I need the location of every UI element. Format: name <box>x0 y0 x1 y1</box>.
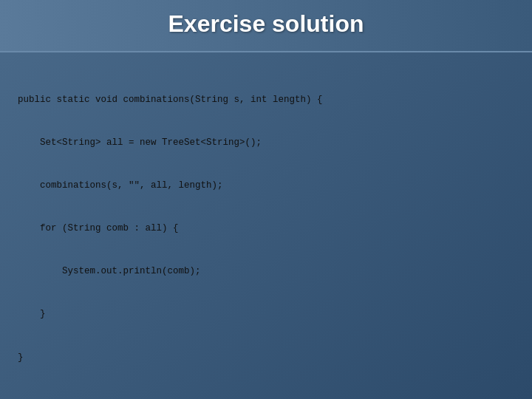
title-bar: Exercise solution <box>0 0 532 52</box>
code-line: combinations(s, "", all, length); <box>18 179 514 193</box>
spacer <box>18 394 514 399</box>
code-line: Set<String> all = new TreeSet<String>(); <box>18 136 514 150</box>
code-block-1: public static void combinations(String s… <box>18 64 514 394</box>
code-line: } <box>18 307 514 321</box>
code-line: } <box>18 351 514 365</box>
slide-title: Exercise solution <box>168 10 364 37</box>
code-line: public static void combinations(String s… <box>18 93 514 107</box>
code-line: System.out.println(comb); <box>18 265 514 279</box>
slide-content: public static void combinations(String s… <box>0 52 532 399</box>
slide: Exercise solution public static void com… <box>0 0 532 399</box>
code-line: for (String comb : all) { <box>18 222 514 236</box>
